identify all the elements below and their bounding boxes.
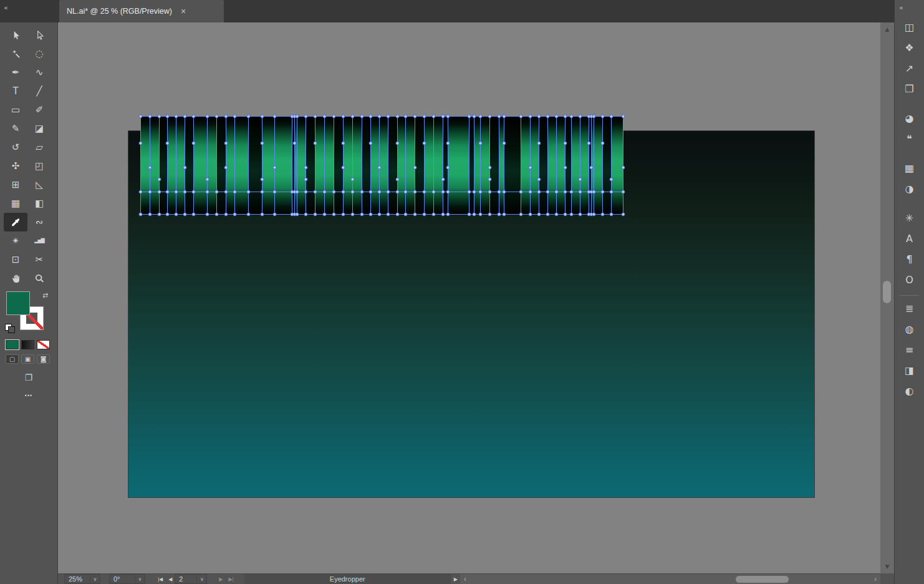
anchor-point[interactable]: [446, 166, 450, 170]
anchor-point[interactable]: [247, 190, 251, 194]
chevron-down-icon[interactable]: ∨: [135, 577, 145, 582]
color-panel-icon[interactable]: ◕: [899, 110, 920, 126]
anchor-point[interactable]: [224, 213, 228, 217]
anchor-point[interactable]: [564, 115, 567, 119]
anchor-point[interactable]: [441, 178, 445, 182]
draw-behind-button[interactable]: ▣: [21, 354, 34, 364]
anchor-point[interactable]: [468, 213, 471, 217]
anchor-point[interactable]: [413, 166, 417, 170]
anchor-point[interactable]: [590, 166, 594, 170]
anchor-point[interactable]: [314, 115, 317, 119]
anchor-point[interactable]: [488, 166, 492, 170]
anchor-point[interactable]: [503, 213, 506, 217]
anchor-point[interactable]: [423, 141, 426, 145]
anchor-point[interactable]: [503, 115, 506, 119]
horizontal-scroll-thumb[interactable]: [736, 576, 789, 583]
anchor-point[interactable]: [224, 190, 228, 194]
anchor-point[interactable]: [446, 190, 450, 194]
anchor-point[interactable]: [175, 190, 178, 194]
anchor-point[interactable]: [622, 115, 625, 119]
anchor-point[interactable]: [473, 190, 476, 194]
anchor-point[interactable]: [446, 213, 450, 217]
anchor-point[interactable]: [233, 213, 237, 217]
scroll-up-icon[interactable]: ▲: [880, 26, 894, 32]
anchor-point[interactable]: [192, 141, 196, 145]
gradient-button[interactable]: [21, 340, 34, 349]
anchor-point[interactable]: [423, 213, 426, 217]
collapse-toolbar-icon[interactable]: «: [4, 4, 8, 12]
anchor-point[interactable]: [332, 190, 336, 194]
anchor-point[interactable]: [601, 213, 605, 217]
anchor-point[interactable]: [342, 166, 345, 170]
zoom-tool[interactable]: [27, 269, 51, 288]
gradient-tool[interactable]: ◧: [27, 194, 51, 213]
anchor-point[interactable]: [261, 190, 264, 194]
anchor-point[interactable]: [139, 190, 143, 194]
fill-swatch[interactable]: [6, 291, 30, 315]
anchor-point[interactable]: [570, 190, 574, 194]
none-button[interactable]: [37, 340, 50, 349]
anchor-point[interactable]: [579, 178, 582, 182]
horizontal-scroll-track[interactable]: [470, 574, 870, 584]
anchor-point[interactable]: [192, 190, 196, 194]
anchor-point[interactable]: [446, 115, 450, 119]
anchor-point[interactable]: [610, 190, 614, 194]
gradient-panel-icon[interactable]: ◨: [899, 362, 920, 378]
anchor-point[interactable]: [396, 213, 400, 217]
anchor-point[interactable]: [351, 115, 355, 119]
character-panel-icon[interactable]: A: [899, 230, 920, 246]
anchor-point[interactable]: [579, 115, 582, 119]
anchor-point[interactable]: [396, 178, 400, 182]
comments-panel-icon[interactable]: ❝: [899, 130, 920, 147]
brushes-panel-icon[interactable]: ◑: [899, 180, 920, 197]
anchor-point[interactable]: [498, 115, 501, 119]
anchor-point[interactable]: [158, 115, 161, 119]
anchor-point[interactable]: [579, 190, 582, 194]
eraser-tool[interactable]: ◪: [27, 119, 51, 138]
anchor-point[interactable]: [323, 213, 327, 217]
last-artboard-button[interactable]: ▶∣: [228, 577, 233, 582]
anchor-point[interactable]: [610, 178, 614, 182]
anchor-point[interactable]: [441, 190, 445, 194]
anchor-point[interactable]: [519, 213, 523, 217]
anchor-point[interactable]: [404, 115, 408, 119]
anchor-point[interactable]: [468, 190, 471, 194]
anchor-point[interactable]: [293, 141, 297, 145]
anchor-point[interactable]: [148, 213, 152, 217]
chevron-down-icon[interactable]: ∨: [90, 577, 100, 582]
anchor-point[interactable]: [158, 213, 161, 217]
swatches-panel-icon[interactable]: ▦: [899, 160, 920, 176]
anchor-point[interactable]: [323, 190, 327, 194]
selection-tool[interactable]: [4, 26, 27, 44]
anchor-point[interactable]: [570, 115, 574, 119]
anchor-point[interactable]: [564, 190, 567, 194]
anchor-point[interactable]: [175, 115, 178, 119]
anchor-point[interactable]: [175, 213, 178, 217]
anchor-point[interactable]: [378, 213, 382, 217]
zoom-level-select[interactable]: 25% ∨: [64, 574, 100, 584]
anchor-point[interactable]: [579, 213, 582, 217]
anchor-point[interactable]: [441, 115, 445, 119]
eyedropper-tool[interactable]: [4, 213, 27, 231]
next-artboard-button[interactable]: ▶: [219, 577, 222, 582]
mesh-tool[interactable]: ▦: [4, 194, 27, 213]
anchor-point[interactable]: [537, 213, 541, 217]
anchor-point[interactable]: [601, 190, 605, 194]
export-panel-icon[interactable]: ↗: [899, 60, 920, 76]
anchor-point[interactable]: [503, 190, 506, 194]
previous-artboard-button[interactable]: ◀: [168, 577, 171, 582]
anchor-point[interactable]: [537, 190, 541, 194]
anchor-point[interactable]: [378, 190, 382, 194]
anchor-point[interactable]: [158, 190, 161, 194]
anchor-point[interactable]: [555, 115, 559, 119]
slice-tool[interactable]: ✂: [27, 250, 51, 269]
artboard-number-input[interactable]: 2 ∨: [175, 574, 207, 584]
draw-normal-button[interactable]: ▢: [6, 354, 19, 364]
anchor-point[interactable]: [488, 213, 492, 217]
free-transform-tool[interactable]: ◰: [27, 157, 51, 175]
first-artboard-button[interactable]: ∣◀: [157, 577, 162, 582]
anchor-point[interactable]: [224, 166, 228, 170]
anchor-point[interactable]: [261, 115, 264, 119]
tab-close-icon[interactable]: ×: [181, 6, 186, 16]
vertical-scrollbar[interactable]: ▲ ▼: [880, 22, 894, 573]
